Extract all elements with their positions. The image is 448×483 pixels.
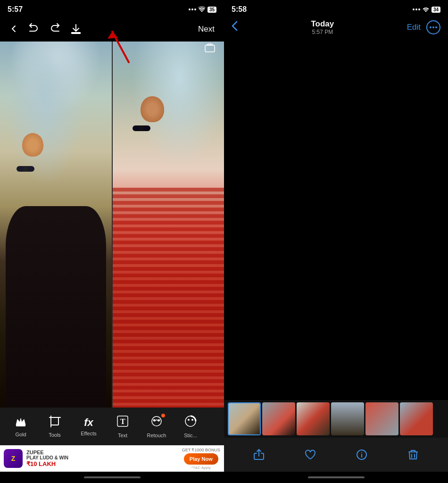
right-photo-slot: [113, 42, 224, 408]
retouch-icon: [150, 415, 163, 431]
right-wifi-icon: [422, 6, 430, 13]
nav-title-block: Today 5:57 PM: [311, 19, 334, 35]
glasses-1: [17, 166, 34, 172]
delete-button[interactable]: [407, 449, 419, 461]
face-2: [141, 96, 164, 122]
left-signal-icon: [189, 8, 196, 10]
left-status-bar: 5:57 35: [0, 0, 224, 17]
ad-brand: ZUPEE: [26, 450, 178, 455]
right-bottom-bar: [224, 438, 448, 472]
right-signal-icon: [413, 8, 420, 10]
info-button[interactable]: [356, 449, 368, 461]
left-panel: 5:57 35: [0, 0, 224, 483]
tool-tools[interactable]: Tools: [38, 410, 72, 443]
left-battery-icon: 35: [207, 7, 216, 13]
back-button[interactable]: [9, 22, 19, 37]
tool-retouch[interactable]: Retouch: [140, 410, 174, 443]
right-back-button[interactable]: [232, 21, 238, 34]
right-status-bar: 5:58 34: [224, 0, 448, 17]
ad-banner[interactable]: Z ZUPEE PLAY LUDO & WIN ₹10 LAKH GET ₹10…: [0, 445, 224, 472]
sticker-icon: [184, 415, 197, 431]
edit-button[interactable]: Edit: [407, 23, 421, 32]
svg-rect-3: [205, 45, 215, 52]
right-battery-icon: 34: [431, 7, 440, 13]
svg-rect-4: [207, 44, 213, 45]
left-home-indicator: [0, 472, 224, 483]
ad-tagline: PLAY LUDO & WIN: [26, 455, 68, 460]
layers-button[interactable]: [203, 42, 216, 58]
tool-text[interactable]: T Text: [106, 410, 140, 443]
tool-sticker[interactable]: Stic...: [174, 410, 207, 443]
ad-disclaimer: *T&C Apply: [191, 466, 211, 470]
left-status-time: 5:57: [8, 5, 23, 14]
left-collage: [0, 42, 224, 408]
ad-play-button[interactable]: Play Now: [184, 453, 218, 465]
more-button[interactable]: [426, 20, 440, 34]
left-status-icons: 35: [189, 6, 216, 13]
thumbnail-2[interactable]: [262, 402, 295, 435]
thumbnail-4[interactable]: [331, 402, 364, 435]
tool-retouch-label: Retouch: [147, 433, 166, 438]
more-dots-icon: [430, 26, 437, 28]
shirt-1: [6, 206, 106, 408]
svg-point-11: [154, 420, 155, 421]
crown-icon: [14, 416, 27, 430]
face-1: [22, 133, 43, 157]
ad-bonus: GET ₹1000 BONUS: [182, 448, 220, 452]
svg-point-15: [191, 419, 193, 421]
nav-title: Today: [311, 19, 334, 29]
tool-text-label: Text: [118, 433, 127, 438]
undo-button[interactable]: [28, 22, 40, 36]
tool-gold-label: Gold: [15, 432, 26, 437]
right-home-indicator: [224, 472, 448, 483]
thumbnail-1[interactable]: [228, 402, 261, 435]
left-photo-slot: [0, 42, 112, 408]
right-status-time: 5:58: [232, 5, 247, 14]
retouch-badge: [161, 414, 165, 417]
ad-text: ZUPEE PLAY LUDO & WIN ₹10 LAKH: [26, 450, 178, 467]
nav-subtitle: 5:57 PM: [312, 29, 333, 35]
left-home-bar: [84, 476, 141, 478]
ad-logo: Z: [4, 449, 23, 468]
redo-button[interactable]: [49, 22, 60, 36]
right-status-icons: 34: [413, 6, 440, 13]
left-toolbar-left: [9, 22, 82, 37]
download-button[interactable]: [70, 23, 82, 35]
right-collage: [224, 42, 448, 396]
glasses-2: [133, 125, 150, 131]
bottom-toolbar: Gold Tools fx Effects T Text: [0, 408, 224, 445]
tool-effects-label: Effects: [81, 431, 96, 436]
thumbnail-strip: [224, 400, 448, 438]
left-wifi-icon: [198, 6, 206, 13]
ad-logo-letter: Z: [11, 455, 16, 462]
fx-icon: fx: [84, 416, 93, 429]
tool-sticker-label: Stic...: [184, 433, 197, 438]
like-button[interactable]: [304, 449, 316, 461]
crop-icon: [49, 415, 61, 430]
tool-tools-label: Tools: [49, 432, 61, 438]
ad-amount: ₹10 LAKH: [26, 460, 56, 467]
tool-gold[interactable]: Gold: [4, 410, 38, 443]
svg-point-12: [158, 420, 160, 421]
right-panel: 5:58 34 Today 5:5: [224, 0, 448, 483]
svg-point-10: [152, 416, 161, 426]
svg-rect-7: [51, 417, 58, 425]
right-home-bar: [308, 476, 365, 478]
svg-point-14: [188, 419, 190, 421]
tool-effects[interactable]: fx Effects: [72, 410, 106, 443]
thumbnail-3[interactable]: [297, 402, 330, 435]
svg-rect-6: [16, 425, 25, 426]
share-button[interactable]: [253, 449, 265, 461]
right-image-area: [224, 38, 448, 400]
svg-rect-0: [71, 32, 81, 34]
left-toolbar: Next: [0, 17, 224, 42]
left-image-area: [0, 42, 224, 408]
thumbnail-6[interactable]: [400, 402, 433, 435]
svg-rect-5: [208, 43, 212, 44]
text-icon: T: [116, 415, 129, 431]
stripe-shirt: [113, 188, 224, 408]
thumbnail-5[interactable]: [365, 402, 398, 435]
next-button[interactable]: Next: [198, 25, 215, 34]
right-toolbar: Today 5:57 PM Edit: [224, 17, 448, 38]
svg-text:T: T: [120, 417, 125, 425]
